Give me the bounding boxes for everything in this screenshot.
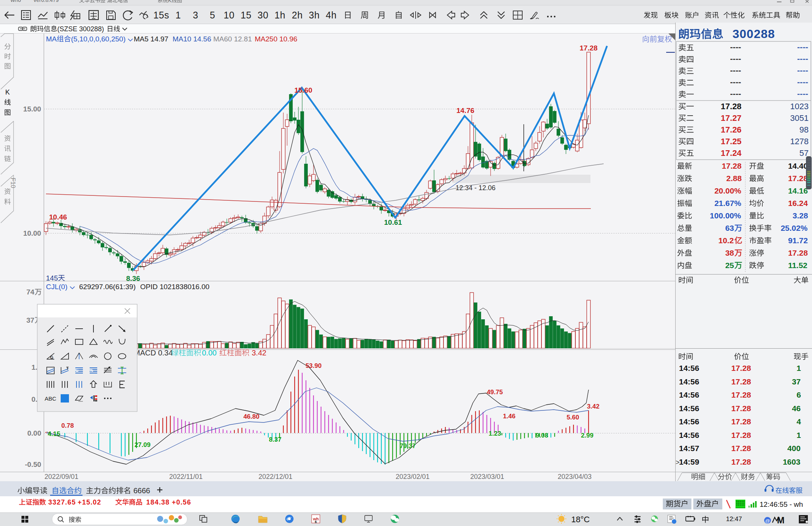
svg-text:145: 145	[46, 274, 58, 282]
svg-text:15s: 15s	[153, 10, 169, 20]
svg-text:30: 30	[258, 10, 269, 20]
svg-text:MACD 0.34: MACD 0.34	[134, 349, 173, 357]
svg-text:----: ----	[797, 77, 808, 87]
svg-text:5: 5	[210, 10, 215, 20]
svg-text:14:56: 14:56	[679, 417, 699, 426]
svg-text:G: G	[75, 368, 79, 372]
svg-text:3.42: 3.42	[252, 349, 266, 357]
svg-text:10.00: 10.00	[23, 229, 41, 237]
svg-text:2023/04/03: 2023/04/03	[558, 473, 592, 480]
svg-text:17.28: 17.28	[731, 444, 751, 453]
svg-text:17.28: 17.28	[722, 162, 742, 170]
svg-text:14:56: 14:56	[679, 377, 699, 386]
svg-text:25.02%: 25.02%	[781, 224, 808, 232]
svg-text:17.28: 17.28	[788, 174, 808, 183]
svg-text:14.76: 14.76	[456, 107, 474, 114]
svg-text:17.28: 17.28	[731, 431, 751, 439]
svg-text:9.08: 9.08	[536, 432, 548, 439]
svg-text:18°C: 18°C	[571, 515, 590, 524]
svg-text:17.27: 17.27	[721, 113, 742, 123]
svg-text:1h: 1h	[275, 10, 286, 20]
svg-text:49.75: 49.75	[487, 389, 503, 396]
svg-text:----: ----	[797, 54, 808, 63]
svg-text:----: ----	[730, 66, 741, 75]
svg-text:1: 1	[797, 364, 801, 372]
svg-text:17.28: 17.28	[731, 390, 751, 399]
svg-text:10.61: 10.61	[384, 218, 402, 226]
svg-text:----: ----	[730, 42, 741, 52]
svg-text:4h: 4h	[326, 10, 337, 20]
svg-text:17.28: 17.28	[721, 102, 742, 111]
svg-text:46: 46	[792, 404, 801, 413]
svg-text:6666: 6666	[133, 486, 150, 495]
svg-text:6: 6	[315, 520, 317, 524]
svg-text:2.88: 2.88	[726, 174, 742, 183]
svg-text:+15.02: +15.02	[78, 499, 101, 506]
svg-text:46.80: 46.80	[243, 413, 260, 420]
svg-text:0.00: 0.00	[28, 429, 41, 437]
svg-text:17.24: 17.24	[721, 148, 742, 158]
svg-text:F10: F10	[10, 178, 16, 188]
svg-text:4: 4	[797, 417, 801, 426]
svg-text:3051: 3051	[790, 113, 809, 123]
svg-text:2h: 2h	[292, 10, 303, 20]
svg-text:10: 10	[224, 10, 235, 20]
svg-text:3327.65: 3327.65	[48, 499, 76, 506]
svg-text:3.28: 3.28	[793, 211, 808, 220]
svg-text:1603: 1603	[783, 457, 800, 466]
svg-text:98: 98	[800, 125, 809, 134]
svg-text:MA5 14.97: MA5 14.97	[134, 35, 168, 43]
svg-text:14:57: 14:57	[679, 444, 699, 453]
svg-text:5.60: 5.60	[567, 414, 579, 421]
svg-text:1.46: 1.46	[503, 413, 515, 420]
svg-text:3h: 3h	[309, 10, 320, 20]
svg-text:ABC: ABC	[45, 395, 57, 402]
svg-text:91.72: 91.72	[788, 236, 808, 245]
svg-text:2022/11/01: 2022/11/01	[169, 473, 203, 480]
svg-text:1: 1	[797, 431, 801, 439]
svg-text:400: 400	[788, 444, 801, 453]
svg-text:MA10 14.56: MA10 14.56	[173, 35, 211, 43]
svg-text:K: K	[5, 88, 10, 96]
svg-text:K: K	[168, 0, 172, 3]
svg-text:%: %	[90, 368, 93, 372]
svg-text:17.25: 17.25	[721, 137, 742, 146]
svg-text:27.09: 27.09	[135, 441, 151, 448]
svg-text:(5,10,0,0,60,250): (5,10,0,0,60,250)	[71, 35, 126, 43]
svg-text:1278: 1278	[790, 137, 809, 146]
svg-text:14:56: 14:56	[679, 431, 699, 439]
svg-text:25: 25	[725, 261, 734, 270]
svg-text:3: 3	[193, 10, 198, 20]
svg-text:14:59: 14:59	[679, 457, 699, 466]
svg-text:1: 1	[176, 10, 181, 20]
svg-text:12:46:55 - wh: 12:46:55 - wh	[760, 500, 803, 508]
svg-text:1023: 1023	[790, 102, 809, 111]
svg-text:14.40: 14.40	[788, 162, 808, 170]
svg-text:wh6: wh6	[10, 0, 21, 3]
svg-text:17.28: 17.28	[788, 249, 808, 257]
svg-text:37: 37	[26, 316, 34, 324]
svg-text:17.28: 17.28	[731, 457, 751, 466]
svg-text:17.28: 17.28	[580, 44, 598, 52]
svg-text:100.00%: 100.00%	[710, 211, 741, 220]
svg-text:----: ----	[797, 42, 808, 52]
svg-text:10.46: 10.46	[49, 213, 67, 221]
svg-text:10.2: 10.2	[719, 236, 734, 245]
svg-text:38: 38	[725, 249, 734, 257]
svg-text:1.23: 1.23	[489, 430, 501, 437]
svg-text:17.28: 17.28	[731, 417, 751, 426]
svg-text:15.00: 15.00	[23, 105, 41, 113]
svg-text:300288: 300288	[732, 27, 775, 41]
svg-text:79.37: 79.37	[400, 442, 416, 450]
svg-text:2022/12/01: 2022/12/01	[258, 473, 292, 480]
svg-text:14:56: 14:56	[679, 364, 699, 372]
svg-text:17.26: 17.26	[721, 125, 742, 134]
svg-text:----: ----	[730, 54, 741, 63]
svg-text:12.34 - 12.06: 12.34 - 12.06	[456, 184, 495, 192]
svg-text:629297.06(61:39): 629297.06(61:39)	[79, 283, 136, 291]
svg-text:184.38: 184.38	[146, 499, 170, 506]
svg-text:14:56: 14:56	[679, 390, 699, 399]
svg-text:@: @	[765, 518, 770, 524]
svg-text:2023/03/01: 2023/03/01	[470, 473, 504, 480]
svg-text:0.00: 0.00	[202, 349, 217, 357]
